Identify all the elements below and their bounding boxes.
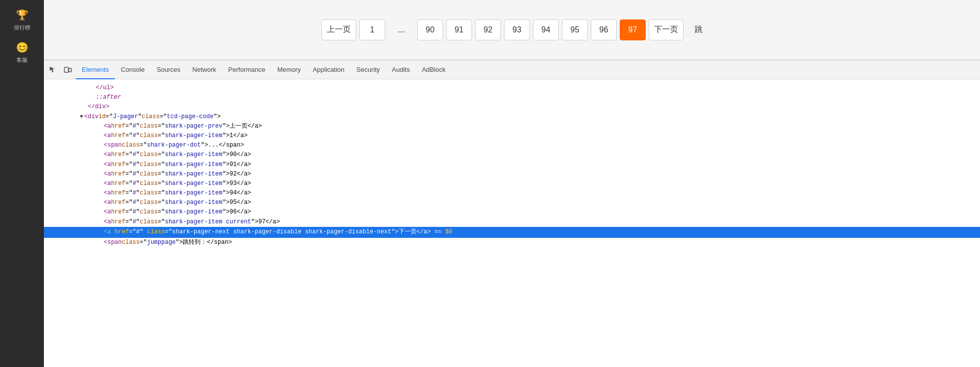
page-90-button[interactable]: 90 <box>417 19 443 40</box>
code-id-value: J-pager <box>113 112 138 122</box>
dots-separator: ... <box>388 19 414 40</box>
page-96-button[interactable]: 96 <box>591 19 617 40</box>
tab-console[interactable]: Console <box>115 61 151 79</box>
service-icon: 😊 <box>14 39 30 55</box>
inspect-element-icon[interactable] <box>46 63 60 77</box>
status-attr-href: href <box>115 227 129 237</box>
code-div-close: </div> <box>88 102 109 112</box>
sidebar-item-service[interactable]: 😊 客服 <box>2 36 42 67</box>
code-class-attr: class <box>142 112 160 122</box>
status-space <box>111 227 114 237</box>
page-91-button[interactable]: 91 <box>446 19 472 40</box>
tab-application[interactable]: Application <box>307 61 351 79</box>
code-a-open-5: <a <box>104 122 111 131</box>
page-94-button[interactable]: 94 <box>533 19 559 40</box>
status-attr-class: class <box>147 227 165 237</box>
page-95-button[interactable]: 95 <box>562 19 588 40</box>
status-tag-open: <a <box>104 227 111 237</box>
prev-button[interactable]: 上一页 <box>321 19 356 40</box>
pagination: 上一页 1 ... 90 91 92 93 94 95 96 97 下一页 跳 <box>321 19 703 40</box>
code-line-8: <a href =" # " class =" shark-pager-item… <box>44 150 980 160</box>
status-attr-href-value: # <box>136 227 140 237</box>
pagination-area: 上一页 1 ... 90 91 92 93 94 95 96 97 下一页 跳 <box>44 0 980 60</box>
tab-performance[interactable]: Performance <box>222 61 271 79</box>
ranking-icon: 🏆 <box>14 7 30 23</box>
expand-triangle[interactable]: ▼ <box>80 113 83 122</box>
toggle-device-icon[interactable] <box>61 63 75 77</box>
page-93-button[interactable]: 93 <box>504 19 530 40</box>
tab-sources[interactable]: Sources <box>151 61 187 79</box>
jump-label: 跳 <box>695 24 703 35</box>
code-line-9: <a href =" # " class =" shark-pager-item… <box>44 160 980 170</box>
code-line-6: <a href =" # " class =" shark-pager-item… <box>44 131 980 141</box>
code-line-11: <a href =" # " class =" shark-pager-item… <box>44 179 980 188</box>
tab-audits[interactable]: Audits <box>386 61 416 79</box>
code-after: ::after <box>96 93 121 102</box>
page-92-button[interactable]: 92 <box>475 19 501 40</box>
devtools-tabbar: Elements Console Sources Network Perform… <box>44 61 980 79</box>
code-class-value: tcd-page-code <box>167 112 214 122</box>
svg-rect-1 <box>69 68 71 72</box>
code-line-14: <a href =" # " class =" shark-pager-item… <box>44 207 980 217</box>
code-line-3: </div> <box>44 102 980 112</box>
status-class-value: shark-pager-next shark-pager-disable sha… <box>172 227 391 237</box>
devtools-content: </ul> ::after </div> ▼ <div id =" J-page… <box>44 79 980 367</box>
next-button[interactable]: 下一页 <box>649 19 684 40</box>
code-line-17: <span class =" jumppage ">跳转到：</span> <box>44 238 980 247</box>
tab-memory[interactable]: Memory <box>271 61 307 79</box>
svg-rect-0 <box>64 67 68 72</box>
tab-elements[interactable]: Elements <box>76 61 115 79</box>
code-line-7: <span class =" shark-pager-dot ">...</sp… <box>44 141 980 150</box>
sidebar-label-service: 客服 <box>16 56 27 64</box>
devtools-statusbar: <a href =" # " class =" shark-pager-next… <box>44 227 980 238</box>
tab-adblock[interactable]: AdBlock <box>416 61 452 79</box>
sidebar-label-ranking: 排行榜 <box>14 24 30 31</box>
code-line-13: <a href =" # " class =" shark-pager-item… <box>44 198 980 207</box>
code-line-10: <a href =" # " class =" shark-pager-item… <box>44 170 980 179</box>
code-line-1: </ul> <box>44 83 980 93</box>
sidebar: 🏆 排行榜 😊 客服 <box>0 0 44 367</box>
status-dollar: $0 <box>445 227 452 237</box>
status-equals: == <box>435 227 442 237</box>
code-line-12: <a href =" # " class =" shark-pager-item… <box>44 188 980 198</box>
page-97-button[interactable]: 97 <box>620 19 646 40</box>
code-div-open-tag: <div <box>84 112 99 122</box>
code-ul-close: </ul> <box>96 83 114 93</box>
tab-security[interactable]: Security <box>350 61 386 79</box>
devtools-panel: Elements Console Sources Network Perform… <box>44 60 980 367</box>
tab-network[interactable]: Network <box>187 61 223 79</box>
code-line-4[interactable]: ▼ <div id =" J-pager " class =" tcd-page… <box>44 112 980 122</box>
code-line-15: <a href =" # " class =" shark-pager-item… <box>44 217 980 227</box>
code-line-5: <a href =" # " class =" shark-pager-prev… <box>44 122 980 131</box>
sidebar-item-ranking[interactable]: 🏆 排行榜 <box>2 4 42 34</box>
code-line-2: ::after <box>44 93 980 102</box>
page-1-button[interactable]: 1 <box>359 19 385 40</box>
code-id-attr: id <box>98 112 105 122</box>
